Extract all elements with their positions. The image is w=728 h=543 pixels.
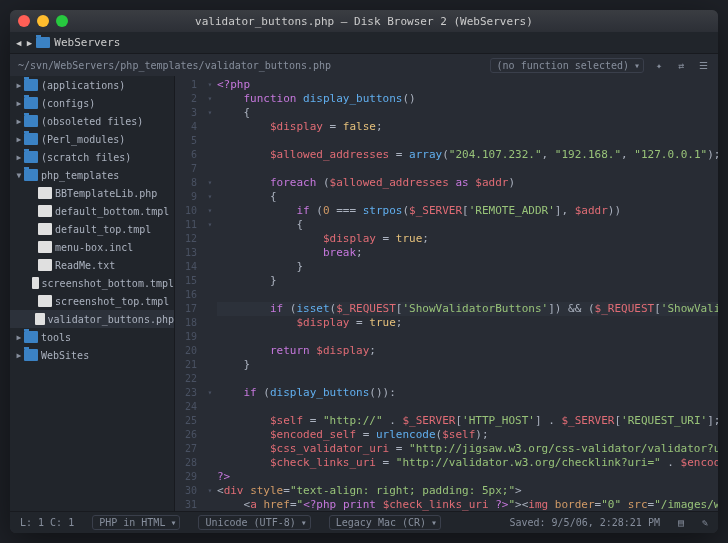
tree-file[interactable]: BBTemplateLib.php [10,184,174,202]
code-line[interactable]: { [217,106,718,120]
disclosure-arrow-icon[interactable]: ▼ [14,171,24,180]
code-line[interactable]: if (0 === strpos($_SERVER['REMOTE_ADDR']… [217,204,718,218]
tree-file[interactable]: default_top.tmpl [10,220,174,238]
fold-marker-icon[interactable]: ▾ [203,386,217,400]
disclosure-arrow-icon[interactable]: ▶ [14,81,24,90]
code-line[interactable]: $css_validator_uri = "http://jigsaw.w3.o… [217,442,718,456]
path-bar: ~/svn/WebServers/php_templates/validator… [10,54,718,76]
code-line[interactable]: <?php [217,78,718,92]
code-line[interactable]: $check_links_uri = "http://validator.w3.… [217,456,718,470]
line-number: 30 [175,484,197,498]
disclosure-arrow-icon[interactable]: ▶ [14,153,24,162]
tree-item-label: php_templates [41,170,119,181]
encoding-selector[interactable]: Unicode (UTF-8) [198,515,310,530]
line-number: 8 [175,176,197,190]
line-number: 20 [175,344,197,358]
language-selector[interactable]: PHP in HTML [92,515,180,530]
counterpart-icon[interactable]: ⇄ [674,60,688,71]
code-line[interactable]: { [217,190,718,204]
code-line[interactable]: $display = false; [217,120,718,134]
code-line[interactable]: $self = "http://" . $_SERVER['HTTP_HOST'… [217,414,718,428]
tree-folder[interactable]: ▶(obsoleted files) [10,112,174,130]
code-line[interactable]: { [217,218,718,232]
code-line[interactable] [217,134,718,148]
fold-marker-icon [203,498,217,511]
fold-marker-icon[interactable]: ▾ [203,106,217,120]
maximize-button[interactable] [56,15,68,27]
project-tab[interactable]: ◀ ▶ WebServers [16,36,121,49]
code-line[interactable] [217,288,718,302]
tree-file[interactable]: validator_buttons.php [10,310,174,328]
bookmark-icon[interactable]: ✦ [652,60,666,71]
fold-marker-icon[interactable]: ▾ [203,176,217,190]
function-selector[interactable]: (no function selected) [490,58,644,73]
disclosure-arrow-icon[interactable]: ▶ [14,99,24,108]
tree-item-label: (obsoleted files) [41,116,143,127]
disclosure-arrow-icon[interactable]: ▶ [14,333,24,342]
code-line[interactable]: } [217,274,718,288]
code-content[interactable]: <?php function display_buttons() { $disp… [217,76,718,511]
code-line[interactable]: $display = true; [217,232,718,246]
code-line[interactable]: return $display; [217,344,718,358]
fold-marker-icon[interactable]: ▾ [203,78,217,92]
nav-arrows-icon[interactable]: ◀ ▶ [16,38,32,48]
code-line[interactable]: <a href="<?php print $check_links_uri ?>… [217,498,718,511]
tree-folder[interactable]: ▶(applications) [10,76,174,94]
tab-bar: ◀ ▶ WebServers [10,32,718,54]
code-line[interactable]: break; [217,246,718,260]
line-number: 24 [175,400,197,414]
disclosure-arrow-icon[interactable]: ▶ [14,351,24,360]
code-line[interactable]: function display_buttons() [217,92,718,106]
code-line[interactable]: } [217,358,718,372]
document-icon[interactable]: ▤ [678,517,684,528]
tree-file[interactable]: menu-box.incl [10,238,174,256]
fold-marker-icon[interactable]: ▾ [203,484,217,498]
tree-file[interactable]: screenshot_top.tmpl [10,292,174,310]
code-line[interactable]: if (display_buttons()): [217,386,718,400]
tree-file[interactable]: screenshot_bottom.tmpl [10,274,174,292]
code-line[interactable]: if (isset($_REQUEST['ShowValidatorButton… [217,302,718,316]
line-number: 15 [175,274,197,288]
tree-folder[interactable]: ▶(configs) [10,94,174,112]
file-tree[interactable]: ▶(applications)▶(configs)▶(obsoleted fil… [10,76,175,511]
code-line[interactable]: $encoded_self = urlencode($self); [217,428,718,442]
disclosure-arrow-icon[interactable]: ▶ [14,135,24,144]
tree-item-label: BBTemplateLib.php [55,188,157,199]
fold-marker-icon[interactable]: ▾ [203,92,217,106]
code-line[interactable]: $display = true; [217,316,718,330]
cursor-position[interactable]: L: 1 C: 1 [20,517,74,528]
tree-folder[interactable]: ▶(scratch files) [10,148,174,166]
tree-folder[interactable]: ▶tools [10,328,174,346]
folder-icon [24,79,38,91]
line-number: 21 [175,358,197,372]
code-line[interactable]: <div style="text-align: right; padding: … [217,484,718,498]
line-number: 26 [175,428,197,442]
tree-folder[interactable]: ▶(Perl_modules) [10,130,174,148]
tree-file[interactable]: ReadMe.txt [10,256,174,274]
tree-folder[interactable]: ▼php_templates [10,166,174,184]
close-button[interactable] [18,15,30,27]
pencil-icon[interactable]: ✎ [702,517,708,528]
minimize-button[interactable] [37,15,49,27]
fold-gutter[interactable]: ▾▾▾▾▾▾▾▾▾ [203,76,217,511]
fold-marker-icon[interactable]: ▾ [203,204,217,218]
code-line[interactable] [217,372,718,386]
folder-icon [24,97,38,109]
code-line[interactable]: } [217,260,718,274]
code-line[interactable]: ?> [217,470,718,484]
tree-file[interactable]: default_bottom.tmpl [10,202,174,220]
fold-marker-icon[interactable]: ▾ [203,218,217,232]
line-number: 31 [175,498,197,511]
code-line[interactable] [217,330,718,344]
line-number: 18 [175,316,197,330]
code-line[interactable]: $allowed_addresses = array("204.107.232.… [217,148,718,162]
code-line[interactable] [217,400,718,414]
fold-marker-icon[interactable]: ▾ [203,190,217,204]
line-ending-selector[interactable]: Legacy Mac (CR) [329,515,441,530]
line-number: 6 [175,148,197,162]
list-icon[interactable]: ☰ [696,60,710,71]
tree-folder[interactable]: ▶WebSites [10,346,174,364]
code-line[interactable] [217,162,718,176]
disclosure-arrow-icon[interactable]: ▶ [14,117,24,126]
code-line[interactable]: foreach ($allowed_addresses as $addr) [217,176,718,190]
